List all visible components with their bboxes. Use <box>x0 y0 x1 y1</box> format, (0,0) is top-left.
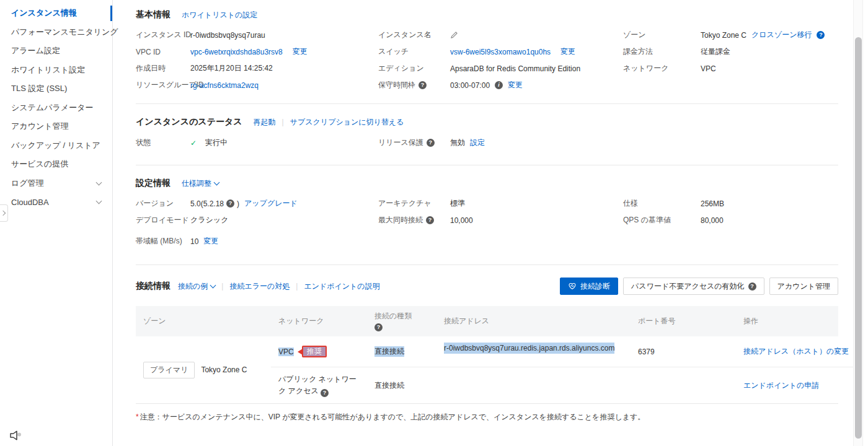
port-cell: 6379 <box>631 336 736 367</box>
connection-address-value: r-0iwdbsbvq8ysq7urau.redis.japan.rds.ali… <box>444 343 614 354</box>
passwordless-access-button[interactable]: パスワード不要アクセスの有効化 ? <box>623 278 764 295</box>
connection-address-cell: r-0iwdbsbvq8ysq7urau.redis.japan.rds.ali… <box>436 336 631 367</box>
connection-diagnosis-button[interactable]: 接続診断 <box>560 278 618 295</box>
connection-info-title: 接続情報 <box>136 281 170 292</box>
state-value: 実行中 <box>205 138 228 148</box>
edition-value: ApsaraDB for Redis Community Edition <box>450 64 580 73</box>
upgrade-link[interactable]: アップグレード <box>244 198 298 209</box>
connection-error-link[interactable]: 接続エラーの対処 <box>229 281 290 292</box>
sidebar-item-performance-monitoring[interactable]: パフォーマンスモニタリング <box>0 23 112 42</box>
sidebar-item-label: バックアップ / リストア <box>11 140 101 151</box>
vpc-id-label: VPC ID <box>136 48 190 56</box>
chevron-down-icon <box>96 198 102 204</box>
help-icon[interactable]: ? <box>817 31 825 39</box>
edit-pencil-icon[interactable] <box>450 31 458 39</box>
vswitch-change-link[interactable]: 変更 <box>560 46 575 57</box>
bandwidth-label: 帯域幅 (MB/s) <box>136 236 190 247</box>
sidebar-item-whitelist-settings[interactable]: ホワイトリスト設定 <box>0 61 112 80</box>
help-icon[interactable]: ? <box>374 323 383 331</box>
scrollbar-thumb[interactable] <box>855 37 862 439</box>
sidebar-item-label: インスタンス情報 <box>11 7 101 19</box>
instance-name-label: インスタンス名 <box>378 30 450 40</box>
sidebar-item-alarm-settings[interactable]: アラーム設定 <box>0 42 112 61</box>
section-connection-info: 接続情報 接続の例 | 接続エラーの対処 | エンドポイントの説明 接続診断 パ… <box>136 265 838 422</box>
billing-method-value: 従量課金 <box>701 46 730 57</box>
sidebar-item-backup-restore[interactable]: バックアップ / リストア <box>0 136 112 155</box>
network-cell-public: パブリック ネットワーク アクセス ? <box>271 367 367 403</box>
architecture-label: アーキテクチャ <box>378 198 450 209</box>
help-icon[interactable]: ? <box>418 81 427 89</box>
connection-address-cell <box>436 367 631 403</box>
help-icon[interactable]: ? <box>426 216 434 224</box>
connection-type-value: 直接接続 <box>374 346 404 357</box>
chevron-down-icon <box>96 179 102 185</box>
whitelist-settings-link[interactable]: ホワイトリストの設定 <box>182 10 257 20</box>
column-header-actions: 操作 <box>736 306 838 336</box>
sidebar-item-clouddba[interactable]: CloudDBA <box>0 193 112 212</box>
release-protection-settings-link[interactable]: 設定 <box>470 138 485 148</box>
zone-value: Tokyo Zone C <box>201 365 247 374</box>
account-management-button[interactable]: アカウント管理 <box>769 278 838 295</box>
network-cell-vpc: VPC 推奨 <box>271 336 367 367</box>
heart-pulse-icon <box>568 282 577 291</box>
change-host-address-link[interactable]: 接続アドレス（ホスト）の変更 <box>743 346 849 357</box>
divider: | <box>296 282 298 291</box>
apply-endpoint-link[interactable]: エンドポイントの申請 <box>743 380 819 391</box>
architecture-value: 標準 <box>450 198 465 209</box>
endpoint-description-link[interactable]: エンドポイントの説明 <box>304 281 379 292</box>
resource-group-label: リソースグループID <box>136 80 190 90</box>
sidebar-item-tls-settings[interactable]: TLS 設定 (SSL) <box>0 79 112 98</box>
connection-table: ゾーン ネットワーク 接続の種類 ? 接続アドレス ポート番号 操作 プライマリ… <box>136 306 838 404</box>
vpc-change-link[interactable]: 変更 <box>293 46 308 57</box>
spec-adjust-link[interactable]: 仕様調整 <box>182 178 219 189</box>
connection-type-cell: 直接接続 <box>367 367 436 403</box>
zone-cell: プライマリ Tokyo Zone C <box>136 336 271 403</box>
bandwidth-change-link[interactable]: 変更 <box>203 236 218 247</box>
edition-label: エディション <box>378 63 450 74</box>
sidebar-item-service-offering[interactable]: サービスの提供 <box>0 155 112 174</box>
sidebar-item-account-management[interactable]: アカウント管理 <box>0 117 112 136</box>
version-label: バージョン <box>136 198 190 209</box>
column-header-connection-type: 接続の種類 ? <box>367 306 436 336</box>
switch-subscription-link[interactable]: サブスクリプションに切り替える <box>290 117 404 128</box>
section-config-info: 設定情報 仕様調整 バージョン 5.0(5.2.18 ? ) アップグレード ア… <box>136 165 838 265</box>
help-icon[interactable]: ? <box>226 199 234 208</box>
created-date-label: 作成日時 <box>136 63 190 74</box>
config-info-title: 設定情報 <box>136 178 170 189</box>
sidebar-item-label: アラーム設定 <box>11 45 101 56</box>
version-value: 5.0(5.2.18 <box>190 199 224 208</box>
vpc-network-value: VPC <box>278 348 294 356</box>
chevron-right-icon <box>1 211 6 216</box>
sidebar-item-instance-info[interactable]: インスタンス情報 <box>0 4 112 23</box>
connection-example-link[interactable]: 接続の例 <box>178 281 215 292</box>
info-icon[interactable]: i <box>495 81 503 89</box>
help-icon[interactable]: ? <box>321 389 329 397</box>
sidebar-item-system-parameters[interactable]: システムパラメーター <box>0 98 112 118</box>
vertical-scrollbar[interactable] <box>853 0 863 446</box>
required-asterisk: * <box>136 413 139 421</box>
sidebar-item-label: システムパラメーター <box>11 102 101 113</box>
vswitch-link[interactable]: vsw-6wei5l9s3xomawo1qu0hs <box>450 48 551 56</box>
release-protection-label: リリース保護 <box>378 138 423 148</box>
bandwidth-value: 10 <box>190 237 198 246</box>
deploy-mode-value: クラシック <box>190 215 228 225</box>
state-label: 状態 <box>136 138 190 148</box>
resource-group-link[interactable]: rg-acfns6cktma2wzq <box>190 81 259 90</box>
maintenance-change-link[interactable]: 変更 <box>508 80 523 90</box>
sidebar-item-log-management[interactable]: ログ管理 <box>0 174 112 193</box>
sidebar-item-label: TLS 設定 (SSL) <box>11 83 101 94</box>
spec-label: 仕様 <box>623 198 701 209</box>
column-header-port: ポート番号 <box>631 306 736 336</box>
primary-tag: プライマリ <box>143 362 195 378</box>
cross-zone-migration-link[interactable]: クロスゾーン移行 <box>751 30 812 40</box>
vpc-id-link[interactable]: vpc-6wetxrqixdshda8u3rsv8 <box>190 48 283 56</box>
billing-method-label: 課金方法 <box>623 46 701 57</box>
maintenance-window-value: 03:00-07:00 <box>450 81 490 90</box>
help-icon[interactable]: ? <box>427 139 435 147</box>
restart-link[interactable]: 再起動 <box>254 117 276 128</box>
announcement-speaker-icon[interactable] <box>7 429 24 442</box>
network-type-value: VPC <box>701 64 716 73</box>
sidebar-collapse-handle[interactable] <box>0 204 8 222</box>
vswitch-label: スイッチ <box>378 46 450 57</box>
qps-baseline-value: 80,000 <box>701 216 724 225</box>
